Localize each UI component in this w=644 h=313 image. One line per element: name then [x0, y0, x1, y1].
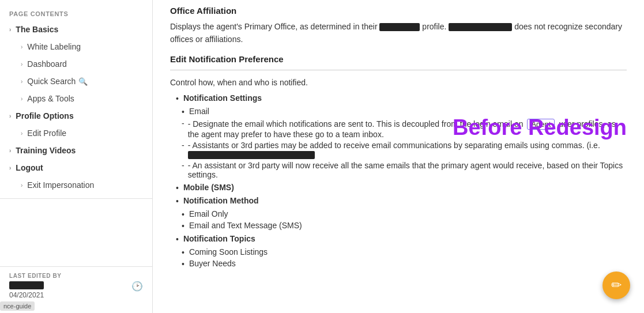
notification-settings-list: Notification Settings [176, 93, 627, 103]
email-desc-2-text: - Assistants or 3rd parties may be added… [188, 141, 600, 159]
sidebar-item-edit-profile[interactable]: › Edit Profile [0, 125, 152, 142]
email-desc-3: - An assistant or 3rd party will now rec… [182, 161, 627, 179]
agent-badge: Agent [527, 119, 555, 130]
control-text: Control how, when and who is notified. [170, 76, 627, 89]
sidebar-item-label: Quick Search [27, 77, 76, 86]
sidebar-item-dashboard[interactable]: › Dashboard [0, 55, 152, 73]
notification-topics-item: Notification Topics [176, 234, 627, 244]
notification-topics-list: Notification Topics [176, 234, 627, 244]
email-desc-3-text: - An assistant or 3rd party will now rec… [188, 161, 627, 179]
buyer-needs-item: Buyer Needs [182, 259, 627, 269]
email-only-option: Email Only [182, 209, 627, 219]
edit-pencil-icon: ✏ [611, 278, 622, 293]
email-sms-option: Email and Text Message (SMS) [182, 221, 627, 231]
redacted-email-example [188, 151, 315, 159]
email-description-list: - Designate the email which notification… [182, 119, 627, 179]
notification-topics-label: Notification Topics [183, 234, 255, 243]
redacted-profile-link [379, 23, 420, 31]
sidebar-item-label: White Labeling [27, 42, 81, 51]
mobile-sms-label: Mobile (SMS) [183, 183, 234, 192]
sidebar-item-quick-search[interactable]: › Quick Search 🔍 [0, 73, 152, 90]
last-edited-section: LAST EDITED BY 04/20/2021 🕑 [0, 266, 152, 305]
sidebar-item-label: Exit Impersonation [27, 180, 94, 190]
sidebar-item-label: Profile Options [16, 111, 73, 120]
edit-fab-button[interactable]: ✏ [602, 271, 630, 299]
chevron-icon: › [9, 27, 11, 33]
chevron-icon: › [21, 78, 22, 85]
sidebar: PAGE CONTENTS › The Basics › White Label… [0, 0, 153, 313]
notification-method-label: Notification Method [183, 196, 259, 205]
edit-notification-pref-title: Edit Notification Preference [170, 54, 627, 64]
sidebar-item-profile-options[interactable]: › Profile Options [0, 107, 152, 125]
chevron-icon: › [21, 182, 22, 188]
main-content: Office Affiliation Displays the agent's … [153, 0, 644, 313]
chevron-icon: › [21, 44, 22, 50]
topics-list: Coming Soon Listings Buyer Needs [182, 247, 627, 269]
sidebar-item-label: Training Videos [16, 146, 76, 155]
notification-settings-label: Notification Settings [183, 93, 262, 103]
coming-soon-listings-item: Coming Soon Listings [182, 247, 627, 257]
chevron-icon: › [9, 165, 11, 171]
editor-name-redacted [9, 281, 44, 289]
buyer-needs-label: Buyer Needs [189, 259, 236, 268]
email-desc-2: - Assistants or 3rd parties may be added… [182, 141, 627, 159]
sidebar-item-logout[interactable]: › Logout [0, 159, 152, 176]
chevron-icon: › [9, 113, 11, 119]
sidebar-item-label: Dashboard [27, 59, 67, 69]
sidebar-item-white-labeling[interactable]: › White Labeling [0, 38, 152, 55]
coming-soon-label: Coming Soon Listings [189, 247, 268, 257]
chevron-icon: › [9, 148, 11, 154]
sidebar-item-exit-impersonation[interactable]: › Exit Impersonation [0, 176, 152, 194]
notification-method-options: Email Only Email and Text Message (SMS) [182, 209, 627, 231]
sidebar-item-training-videos[interactable]: › Training Videos [0, 142, 152, 159]
notification-settings-item: Notification Settings [176, 93, 627, 103]
email-desc-1: - Designate the email which notification… [182, 119, 627, 139]
office-affiliation-text: Displays the agent's Primary Office, as … [170, 20, 627, 46]
email-label: Email [189, 107, 209, 116]
history-icon[interactable]: 🕑 [131, 281, 143, 292]
email-section-list: Email [182, 107, 627, 116]
search-icon: 🔍 [78, 77, 88, 86]
notification-method-list: Notification Method [176, 196, 627, 206]
sidebar-divider [0, 198, 152, 199]
office-affiliation-title: Office Affiliation [170, 6, 627, 16]
mobile-sms-item: Mobile (SMS) [176, 183, 627, 193]
email-only-label: Email Only [189, 209, 228, 218]
sidebar-item-label: Apps & Tools [27, 94, 74, 103]
mobile-sms-list: Mobile (SMS) [176, 183, 627, 193]
guide-badge: nce-guide [0, 301, 35, 311]
email-sms-label: Email and Text Message (SMS) [189, 221, 302, 230]
sidebar-item-label: The Basics [16, 25, 58, 34]
sidebar-item-label: Edit Profile [27, 129, 66, 138]
sidebar-item-apps-tools[interactable]: › Apps & Tools [0, 90, 152, 107]
email-desc-1-text: - Designate the email which notification… [188, 119, 627, 139]
chevron-icon: › [21, 130, 22, 137]
notification-method-item: Notification Method [176, 196, 627, 206]
sidebar-item-label: Logout [16, 163, 43, 172]
redacted-system-name [449, 23, 512, 31]
sidebar-item-the-basics[interactable]: › The Basics [0, 21, 152, 38]
chevron-icon: › [21, 61, 22, 67]
chevron-icon: › [21, 96, 22, 102]
page-contents-label: PAGE CONTENTS [0, 5, 152, 21]
last-edited-date: 04/20/2021 [9, 291, 62, 299]
email-item: Email [182, 107, 627, 116]
last-edited-label: LAST EDITED BY [9, 273, 62, 279]
section-divider [170, 70, 627, 70]
